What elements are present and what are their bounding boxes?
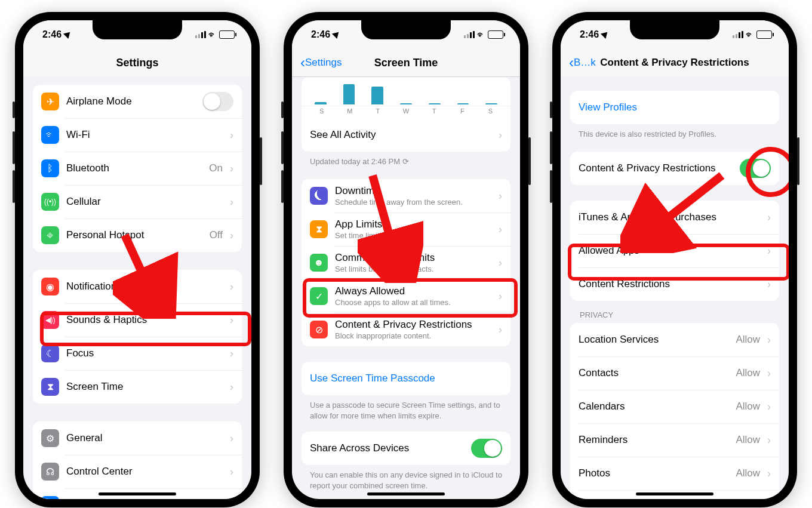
chevron-right-icon: › [230,162,233,175]
status-time: 2:46 [311,29,330,40]
row-cellular[interactable]: ((•)) Cellular › [33,185,242,218]
row-label: Bluetooth [66,162,202,174]
airplane-toggle[interactable] [202,92,233,111]
connectivity-group: ✈ Airplane Mode ᯤ Wi-Fi › ᛒ Bluetooth On… [33,85,242,252]
app-limits-icon: ⧗ [310,220,328,238]
row-subtitle: Choose apps to allow at all times. [335,298,491,307]
chevron-right-icon: › [767,434,771,447]
wifi-settings-icon: ᯤ [41,126,59,144]
nav-bar: ‹B…k Content & Privacy Restrictions [561,49,789,76]
battery-icon [219,30,235,39]
row-notifications[interactable]: ◉ Notifications › [33,270,242,303]
row-downtime[interactable]: ⏾ DowntimeSchedule time away from the sc… [302,179,510,213]
home-indicator[interactable] [367,492,445,495]
row-value: Allow [736,334,760,346]
wifi-icon: ᯤ [477,30,485,39]
row-label: General [66,432,223,444]
hotspot-icon: ⎆ [41,226,59,244]
row-subtitle: Set limits based on contacts. [335,264,491,273]
row-label: Use Screen Time Passcode [310,372,502,384]
row-general[interactable]: ⚙ General › [33,421,242,455]
chevron-right-icon: › [767,278,771,291]
row-content-restrictions[interactable]: Content Restrictions › [570,267,779,301]
row-label: Content Restrictions [579,278,760,290]
row-value: Allow [736,401,760,412]
back-button[interactable]: ‹B…k [569,49,596,76]
row-contacts[interactable]: ContactsAllow› [570,356,779,390]
row-label: Content & Privacy Restrictions [579,162,733,174]
chevron-right-icon: › [230,196,233,208]
row-focus[interactable]: ☾ Focus › [33,337,242,370]
row-label: Allowed Apps [579,245,760,257]
row-always-allowed[interactable]: ✓ Always AllowedChoose apps to allow at … [302,279,510,313]
row-value: Allow [736,367,760,379]
row-share-across-devices[interactable]: Share Across Devices [302,432,510,465]
row-subtitle: Set time limits for apps. [335,231,491,240]
general-icon: ⚙ [41,429,59,447]
chevron-right-icon: › [230,281,233,293]
always-allowed-icon: ✓ [310,287,328,305]
row-personal-hotspot[interactable]: ⎆ Personal Hotspot Off › [33,218,242,252]
device-group: ⚙ General › ☊ Control Center › AA Displa… [33,421,242,499]
phone-screen-time: 2:46 ᯤ ‹Settings Screen Time SMTWTF [284,12,528,507]
share-toggle[interactable] [471,439,502,458]
row-photos[interactable]: PhotosAllow› [570,457,779,490]
row-label: Focus [66,347,223,359]
row-label: Share Across Devices [310,442,464,454]
airplane-icon: ✈ [41,93,59,110]
row-reminders[interactable]: RemindersAllow› [570,423,779,457]
row-communication-limits[interactable]: ☻ Communication LimitsSet limits based o… [302,246,510,279]
row-use-passcode[interactable]: Use Screen Time Passcode [302,362,510,395]
wifi-icon: ᯤ [746,30,754,39]
status-time: 2:46 [42,29,61,40]
row-value: Allow [736,434,760,446]
chevron-right-icon: › [767,334,771,346]
back-button[interactable]: ‹Settings [300,49,342,76]
row-label: Wi-Fi [66,129,216,141]
location-icon [63,30,73,39]
row-label: Always Allowed [335,285,491,297]
row-screen-time[interactable]: ⧗ Screen Time › [33,370,242,404]
row-label: Calendars [579,401,728,412]
row-label: Cellular [66,196,223,208]
chevron-right-icon: › [767,467,771,480]
row-itunes-purchases[interactable]: iTunes & App Store Purchases › [570,201,779,234]
nav-bar: Settings [23,49,251,76]
activity-group: See All Activity › [302,118,510,152]
home-indicator[interactable] [636,492,713,495]
row-label: Photos [579,467,728,479]
row-app-limits[interactable]: ⧗ App LimitsSet time limits for apps. › [302,213,510,246]
screen-time-icon: ⧗ [41,378,59,396]
row-location-services[interactable]: Location ServicesAllow› [570,323,779,356]
row-label: Contacts [579,367,728,379]
chevron-right-icon: › [499,324,502,336]
home-indicator[interactable] [99,492,176,495]
row-bluetooth[interactable]: ᛒ Bluetooth On › [33,152,242,185]
chevron-right-icon: › [499,129,502,141]
restrictions-group: iTunes & App Store Purchases › Allowed A… [570,201,779,301]
weekly-chart[interactable] [302,77,510,106]
page-title: Screen Time [374,57,438,69]
row-see-all-activity[interactable]: See All Activity › [302,118,510,152]
status-time: 2:46 [580,29,599,40]
row-calendars[interactable]: CalendarsAllow› [570,390,779,423]
restrictions-icon: ⊘ [310,321,328,338]
notch [630,20,719,39]
row-control-center[interactable]: ☊ Control Center › [33,455,242,488]
spinner-icon: ⟳ [402,157,409,166]
cellular-icon [464,31,475,38]
row-content-privacy-restrictions[interactable]: ⊘ Content & Privacy RestrictionsBlock in… [302,313,510,346]
chevron-right-icon: › [499,290,502,303]
row-wifi[interactable]: ᯤ Wi-Fi › [33,118,242,152]
row-view-profiles[interactable]: View Profiles [570,91,779,124]
downtime-icon: ⏾ [310,187,328,205]
row-allowed-apps[interactable]: Allowed Apps › [570,234,779,267]
profiles-footer: This device is also restricted by Profil… [561,124,789,141]
row-label: Reminders [579,434,728,446]
row-sounds-haptics[interactable]: ◀)) Sounds & Haptics › [33,303,242,337]
row-airplane-mode[interactable]: ✈ Airplane Mode [33,85,242,118]
chevron-right-icon: › [230,129,233,141]
cpr-toggle[interactable] [740,159,771,178]
row-cpr-toggle[interactable]: Content & Privacy Restrictions [570,152,779,185]
attention-group: ◉ Notifications › ◀)) Sounds & Haptics ›… [33,270,242,404]
